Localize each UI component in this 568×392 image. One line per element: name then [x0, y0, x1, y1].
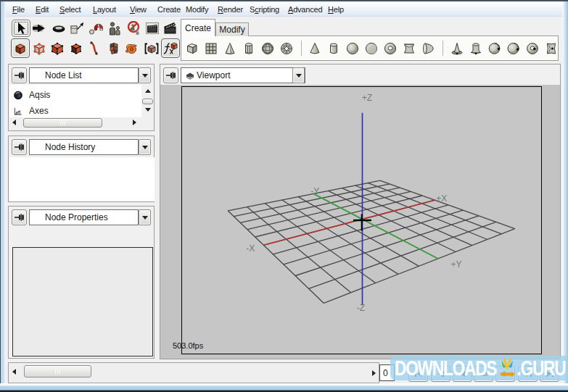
poly-torus-tool-button[interactable]	[278, 40, 295, 57]
timeline-thumb[interactable]	[24, 365, 91, 378]
node-properties-dropdown-button[interactable]	[139, 209, 151, 225]
chevron-down-icon	[142, 74, 148, 78]
timeline-scroll-right-button[interactable]	[372, 370, 376, 376]
move-icon	[31, 22, 47, 35]
horn-tool-button[interactable]	[123, 40, 140, 57]
toolbar-separator	[301, 41, 302, 56]
render-preview-tool-button[interactable]	[144, 20, 161, 37]
menu-view[interactable]: View	[130, 4, 147, 15]
node-history-panel: Node History	[8, 135, 155, 202]
parent-tool-button[interactable]	[106, 20, 123, 37]
viewport-pin-button[interactable]	[163, 67, 178, 83]
menu-edit[interactable]: Edit	[36, 4, 49, 15]
menu-file[interactable]: File	[12, 4, 25, 15]
menu-layout[interactable]: Layout	[93, 4, 116, 15]
polygon-sheet-tool-button[interactable]	[106, 40, 123, 57]
scale-tool-button[interactable]	[68, 20, 86, 37]
viewport-3d-canvas[interactable]: +X-X+Y-Y+Z-Z	[181, 86, 542, 354]
node-properties-selector[interactable]: Node Properties	[29, 209, 139, 225]
tab-create[interactable]: Create	[181, 19, 215, 36]
poly-sphere-tool-button[interactable]	[259, 40, 276, 57]
rotate-tool-button[interactable]	[50, 20, 67, 37]
disk-tool-button[interactable]	[363, 40, 380, 57]
node-list-pin-button[interactable]	[12, 67, 27, 83]
node-properties-panel: Node Properties	[8, 206, 155, 359]
move-tool-button[interactable]	[30, 20, 48, 37]
node-list-item-aqsis[interactable]: Aqsis	[9, 87, 141, 103]
viewport-dropdown-button[interactable]	[292, 67, 305, 83]
arrow-right-icon	[133, 120, 136, 125]
viewport-selector[interactable]: Viewport	[181, 67, 305, 83]
polycube-red-tool-button[interactable]	[11, 38, 30, 58]
fx-tool-button[interactable]	[161, 38, 180, 58]
node-properties-pin-button[interactable]	[12, 209, 27, 225]
cube-brackets-tool-button[interactable]	[143, 40, 160, 57]
watermark-content: DOWNLOADS .GURU	[395, 356, 565, 380]
poly-cube-tool-button[interactable]	[184, 40, 201, 57]
tab-modify[interactable]: Modify	[215, 22, 249, 36]
menu-render[interactable]: Render	[218, 4, 243, 15]
node-list-item-axes[interactable]: Axes	[9, 103, 141, 119]
select-tool-button[interactable]	[12, 20, 30, 37]
menu-modify[interactable]: Modify	[186, 4, 208, 15]
menu-scripting[interactable]: Scripting	[250, 4, 279, 15]
poly-cone-tool-button[interactable]	[221, 40, 239, 57]
cube-instance-icon	[50, 41, 65, 56]
snap-icon	[89, 21, 104, 36]
node-list-selector[interactable]: Node List	[29, 67, 139, 83]
menu-bar: FileEditSelectLayoutViewCreateModifyRend…	[6, 1, 562, 17]
timeline-scroll-left-button[interactable]	[12, 369, 16, 375]
node-history-title: Node History	[30, 142, 95, 152]
capped-cylinder-tool-button[interactable]	[467, 40, 485, 57]
node-list-scroll-left-button[interactable]	[12, 120, 16, 125]
poly-cylinder-tool-button[interactable]	[240, 40, 258, 57]
poly-cone-icon	[223, 41, 237, 56]
torus-tool-button[interactable]	[382, 40, 399, 57]
cylinder-icon	[326, 41, 341, 56]
node-history-pin-button[interactable]	[12, 139, 27, 155]
viewport-area: +X-X+Y-Y+Z-Z 503.0fps	[160, 85, 560, 359]
watermark-text-left: DOWNLOADS	[395, 358, 496, 379]
disk-icon	[364, 41, 379, 56]
node-label: Aqsis	[29, 90, 50, 100]
sphere-patch-tool-button[interactable]	[486, 40, 503, 57]
hyperboloid-icon	[402, 41, 416, 56]
cone-tool-button[interactable]	[306, 40, 324, 57]
hyperboloid-tool-button[interactable]	[400, 40, 418, 57]
poly-sphere-icon	[260, 41, 275, 56]
torus-patch-tool-button[interactable]	[524, 40, 541, 57]
svg-text:-Z: -Z	[357, 303, 365, 313]
node-list-scroll-right-button[interactable]	[133, 120, 136, 125]
render-preview-icon	[145, 21, 160, 36]
node-list-dropdown-button[interactable]	[139, 67, 151, 83]
menu-select[interactable]: Select	[59, 4, 81, 15]
paraboloid-tool-button[interactable]	[419, 40, 437, 57]
unparent-tool-button[interactable]	[125, 20, 142, 37]
menu-advanced[interactable]: Advanced	[288, 4, 322, 15]
poly-grid-tool-button[interactable]	[202, 40, 220, 57]
node-history-selector[interactable]: Node History	[29, 139, 139, 155]
node-list-scroll-down-button[interactable]	[145, 108, 151, 112]
node-list-vscroll-thumb[interactable]	[142, 99, 153, 104]
cylinder-tool-button[interactable]	[325, 40, 342, 57]
menu-create[interactable]: Create	[157, 4, 181, 15]
node-list-hscroll-thumb[interactable]	[23, 118, 102, 128]
menu-help[interactable]: Help	[328, 4, 344, 15]
hyperboloid-patch-tool-button[interactable]	[543, 40, 560, 57]
cube-frozen-icon	[32, 41, 46, 56]
cube-dark-tool-button[interactable]	[67, 40, 85, 57]
create-tab-page	[181, 36, 559, 61]
render-frame-tool-button[interactable]	[162, 20, 179, 37]
node-list-scroll-up-button[interactable]	[145, 89, 151, 93]
snap-tool-button[interactable]	[88, 20, 105, 37]
cube-instance-tool-button[interactable]	[49, 40, 66, 57]
capped-cone-tool-button[interactable]	[448, 40, 466, 57]
svg-text:-Y: -Y	[310, 186, 319, 196]
pin-icon	[14, 212, 25, 223]
cube-frozen-tool-button[interactable]	[30, 40, 48, 57]
sphere-tool-button[interactable]	[344, 40, 361, 57]
curve-red-tool-button[interactable]	[86, 40, 104, 57]
node-history-dropdown-button[interactable]	[139, 139, 151, 155]
focus-indicator	[14, 22, 28, 35]
sphere-patch2-tool-button[interactable]	[505, 40, 522, 57]
